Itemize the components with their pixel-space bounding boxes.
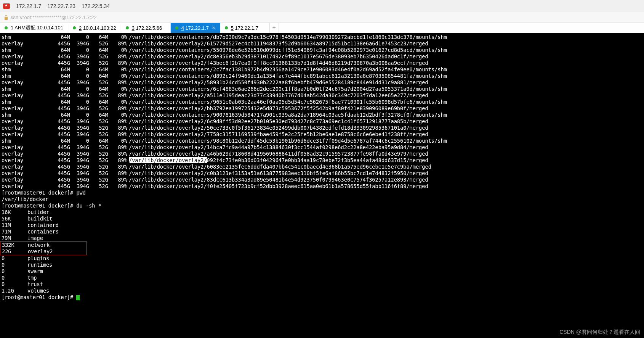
df-avail: 64M [89, 138, 108, 144]
df-mount: /var/lib/docker/overlay2/a511e1195deac23… [127, 92, 428, 99]
du-row: 56Kbuildkit [2, 216, 642, 222]
df-used: 394G [70, 157, 89, 164]
df-pct: 89% [108, 151, 127, 157]
du-name: builder [27, 209, 49, 216]
df-used: 394G [70, 144, 89, 151]
tab-2[interactable]: 3 172.22.5.66 [121, 23, 171, 33]
titlebar-ip-0: 172.22.1.7 [16, 3, 41, 9]
du-size: 22G [2, 248, 28, 255]
tab-0[interactable]: 1 ARM适配-10.0.14.101 [0, 23, 68, 33]
du-size: 0 [2, 255, 27, 262]
df-avail: 52G [89, 40, 108, 47]
df-used: 0 [70, 66, 89, 73]
df-avail: 52G [89, 183, 108, 190]
lock-icon [4, 15, 8, 20]
du-size: 16K [2, 209, 27, 216]
df-pct: 89% [108, 170, 127, 177]
du-row: 11Mcontainerd [2, 222, 642, 229]
df-fs: overlay [2, 118, 25, 125]
df-fs: overlay [2, 53, 25, 60]
df-fs: overlay [2, 40, 25, 47]
terminal[interactable]: shm64M064M0%/var/lib/docker/containers/d… [0, 33, 644, 338]
du-name: overlay2 [28, 248, 53, 255]
df-row: overlay445G394G52G89%/var/lib/docker/ove… [2, 40, 642, 47]
df-fs: shm [2, 34, 25, 40]
pwd-output: /var/lib/docker [2, 196, 48, 202]
df-row: shm64M064M0%/var/lib/docker/containers/9… [2, 112, 642, 118]
df-size: 445G [25, 79, 70, 86]
status-dot-icon [5, 26, 8, 29]
add-tab-button[interactable]: + [270, 23, 279, 33]
du-name: network [28, 242, 50, 248]
df-pct: 0% [108, 73, 127, 79]
status-dot-icon [175, 26, 178, 29]
df-avail: 52G [89, 60, 108, 66]
df-avail: 52G [89, 151, 108, 157]
df-size: 445G [25, 183, 70, 190]
df-size: 445G [25, 144, 70, 151]
df-fs: overlay [2, 144, 25, 151]
du-name: containerd [27, 222, 59, 229]
highlighted-du-row: 22Goverlay2 [0, 248, 87, 255]
tab-bar: 1 ARM适配-10.0.14.1012 10.0.14.103:223 172… [0, 23, 644, 33]
df-pct: 89% [108, 144, 127, 151]
df-pct: 0% [108, 138, 127, 144]
du-name: runtimes [27, 262, 52, 268]
prompt-line[interactable]: [root@master01 docker]# [2, 294, 642, 301]
df-row: overlay445G394G52G89%/var/lib/docker/ove… [2, 164, 642, 170]
command: du -sh * [76, 203, 101, 209]
df-used: 394G [70, 60, 89, 66]
close-icon[interactable]: × [212, 25, 215, 31]
df-pct: 0% [108, 47, 127, 53]
df-mount: /var/lib/docker/overlay2/092f4c73fe0b36d… [127, 157, 428, 164]
df-mount: /var/lib/docker/containers/6cf4883e6ae26… [127, 86, 447, 92]
df-pct: 89% [108, 40, 127, 47]
df-fs: overlay [2, 183, 25, 190]
du-name: volumes [27, 288, 49, 294]
df-row: overlay445G394G52G89%/var/lib/docker/ove… [2, 131, 642, 138]
df-used: 394G [70, 164, 89, 170]
df-mount: /var/lib/docker/containers/d892c24f9460d… [127, 73, 447, 79]
df-row: overlay445G394G52G89%/var/lib/docker/ove… [2, 125, 642, 131]
df-mount: /var/lib/docker/overlay2/615779d527ec4cb… [127, 40, 428, 47]
df-fs: shm [2, 47, 25, 53]
du-size: 79M [2, 235, 27, 241]
df-used: 0 [70, 99, 89, 105]
df-row: overlay445G394G52G89%/var/lib/docker/ove… [2, 53, 642, 60]
du-name: image [27, 235, 43, 241]
df-used: 0 [70, 73, 89, 79]
ssh-url: ssh://root:***************@172.22.1.7:22 [11, 14, 97, 20]
cursor-icon [76, 295, 80, 300]
df-size: 445G [25, 125, 70, 131]
du-name: swarm [27, 268, 43, 275]
df-mount: /var/lib/docker/overlay2/50ce733c0f5f361… [127, 125, 428, 131]
df-size: 445G [25, 118, 70, 125]
tab-label: 2 10.0.14.103:22 [79, 25, 116, 31]
df-used: 394G [70, 118, 89, 125]
titlebar-ip-1: 172.22.7.23 [47, 3, 75, 9]
df-pct: 89% [108, 60, 127, 66]
tab-1[interactable]: 2 10.0.14.103:22 [68, 23, 121, 33]
df-fs: shm [2, 66, 25, 73]
status-dot-icon [225, 26, 228, 29]
df-row: overlay445G394G52G89%/var/lib/docker/ove… [2, 151, 642, 157]
df-used: 394G [70, 170, 89, 177]
df-mount: /var/lib/docker/overlay2/14bca7fc9a44a97… [127, 144, 428, 151]
df-fs: overlay [2, 177, 25, 183]
df-avail: 52G [89, 131, 108, 138]
df-size: 445G [25, 177, 70, 183]
tab-4[interactable]: 5 172.22.1.7 [220, 23, 270, 33]
df-size: 445G [25, 164, 70, 170]
df-avail: 64M [89, 73, 108, 79]
highlighted-path: /var/lib/docker/overlay2/ [129, 157, 207, 163]
du-row: 1.2Gvolumes [2, 288, 642, 294]
df-mount: /var/lib/docker/containers/2c7fac1381b97… [127, 66, 447, 73]
tab-3[interactable]: 4 172.22.1.7× [171, 23, 220, 33]
df-mount: /var/lib/docker/overlay2/f43bec6f2b7ea0f… [127, 60, 428, 66]
df-avail: 64M [89, 66, 108, 73]
df-avail: 52G [89, 157, 108, 164]
du-size: 0 [2, 281, 27, 288]
df-pct: 0% [108, 66, 127, 73]
prompt-line: [root@master01 docker]# pwd [2, 190, 642, 196]
df-row: overlay445G394G52G89%/var/lib/docker/ove… [2, 170, 642, 177]
